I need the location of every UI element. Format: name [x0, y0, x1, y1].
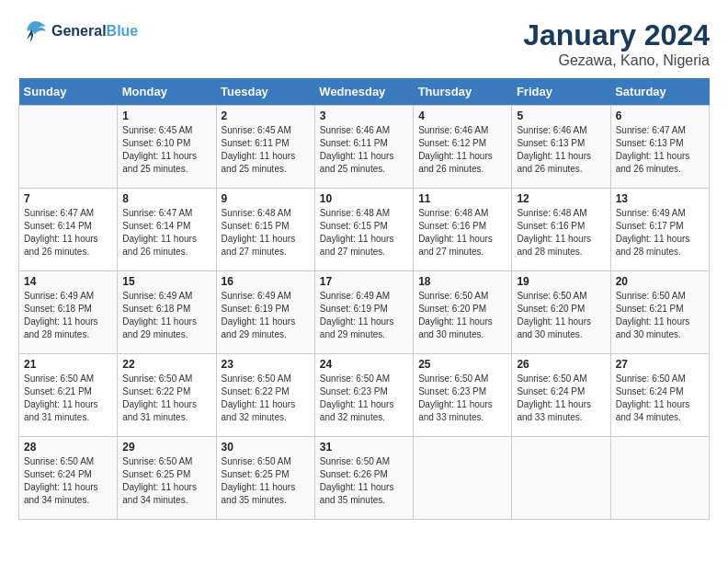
day-number: 14 — [24, 275, 112, 288]
calendar-cell — [512, 437, 610, 520]
calendar-cell: 7Sunrise: 6:47 AM Sunset: 6:14 PM Daylig… — [19, 189, 118, 271]
day-info: Sunrise: 6:48 AM Sunset: 6:16 PM Dayligh… — [418, 207, 506, 259]
day-info: Sunrise: 6:49 AM Sunset: 6:18 PM Dayligh… — [122, 290, 210, 341]
calendar-cell: 24Sunrise: 6:50 AM Sunset: 6:23 PM Dayli… — [314, 354, 413, 437]
day-number: 24 — [320, 358, 408, 371]
day-number: 8 — [122, 192, 210, 205]
day-of-week-header: Tuesday — [216, 78, 314, 106]
day-of-week-header: Monday — [118, 78, 216, 106]
calendar-cell: 6Sunrise: 6:47 AM Sunset: 6:13 PM Daylig… — [610, 106, 709, 189]
day-number: 21 — [24, 358, 112, 371]
day-number: 10 — [320, 192, 408, 205]
calendar-cell: 29Sunrise: 6:50 AM Sunset: 6:25 PM Dayli… — [118, 437, 216, 520]
calendar-cell: 15Sunrise: 6:49 AM Sunset: 6:18 PM Dayli… — [118, 271, 216, 354]
calendar-cell: 31Sunrise: 6:50 AM Sunset: 6:26 PM Dayli… — [314, 437, 413, 520]
day-info: Sunrise: 6:49 AM Sunset: 6:18 PM Dayligh… — [24, 290, 112, 341]
day-info: Sunrise: 6:50 AM Sunset: 6:22 PM Dayligh… — [222, 373, 310, 424]
day-number: 16 — [222, 275, 310, 288]
day-number: 27 — [616, 358, 704, 371]
calendar-cell: 9Sunrise: 6:48 AM Sunset: 6:15 PM Daylig… — [216, 189, 314, 271]
calendar-cell: 14Sunrise: 6:49 AM Sunset: 6:18 PM Dayli… — [19, 271, 118, 354]
day-number: 15 — [122, 275, 210, 288]
day-number: 30 — [222, 441, 310, 454]
day-number: 20 — [616, 275, 704, 288]
calendar-cell: 8Sunrise: 6:47 AM Sunset: 6:14 PM Daylig… — [118, 189, 216, 271]
calendar-cell: 28Sunrise: 6:50 AM Sunset: 6:24 PM Dayli… — [19, 437, 118, 520]
calendar-cell: 3Sunrise: 6:46 AM Sunset: 6:11 PM Daylig… — [314, 106, 413, 189]
calendar-cell: 26Sunrise: 6:50 AM Sunset: 6:24 PM Dayli… — [512, 354, 610, 437]
calendar-cell: 11Sunrise: 6:48 AM Sunset: 6:16 PM Dayli… — [414, 189, 512, 271]
calendar-cell: 19Sunrise: 6:50 AM Sunset: 6:20 PM Dayli… — [512, 271, 610, 354]
calendar-week-row: 21Sunrise: 6:50 AM Sunset: 6:21 PM Dayli… — [19, 354, 710, 437]
day-info: Sunrise: 6:45 AM Sunset: 6:11 PM Dayligh… — [222, 124, 310, 176]
day-number: 26 — [517, 358, 605, 371]
calendar-header-row: SundayMondayTuesdayWednesdayThursdayFrid… — [19, 78, 710, 106]
day-info: Sunrise: 6:50 AM Sunset: 6:23 PM Dayligh… — [320, 373, 408, 424]
day-info: Sunrise: 6:50 AM Sunset: 6:24 PM Dayligh… — [616, 373, 704, 424]
day-info: Sunrise: 6:47 AM Sunset: 6:14 PM Dayligh… — [24, 207, 112, 259]
day-info: Sunrise: 6:45 AM Sunset: 6:10 PM Dayligh… — [122, 124, 210, 176]
logo-icon — [18, 18, 48, 44]
day-number: 1 — [122, 109, 210, 122]
day-of-week-header: Wednesday — [314, 78, 413, 106]
title-block: January 2024 Gezawa, Kano, Nigeria — [523, 18, 710, 69]
day-info: Sunrise: 6:50 AM Sunset: 6:21 PM Dayligh… — [616, 290, 704, 341]
day-of-week-header: Saturday — [610, 78, 709, 106]
calendar-cell: 12Sunrise: 6:48 AM Sunset: 6:16 PM Dayli… — [512, 189, 610, 271]
day-of-week-header: Friday — [512, 78, 610, 106]
calendar-cell — [414, 437, 512, 520]
day-number: 17 — [320, 275, 408, 288]
day-info: Sunrise: 6:50 AM Sunset: 6:21 PM Dayligh… — [24, 373, 112, 424]
calendar-table: SundayMondayTuesdayWednesdayThursdayFrid… — [18, 78, 710, 520]
calendar-cell: 16Sunrise: 6:49 AM Sunset: 6:19 PM Dayli… — [216, 271, 314, 354]
day-info: Sunrise: 6:50 AM Sunset: 6:25 PM Dayligh… — [122, 455, 210, 507]
day-number: 5 — [517, 109, 605, 122]
day-info: Sunrise: 6:47 AM Sunset: 6:14 PM Dayligh… — [122, 207, 210, 259]
calendar-week-row: 7Sunrise: 6:47 AM Sunset: 6:14 PM Daylig… — [19, 189, 710, 271]
day-number: 29 — [122, 441, 210, 454]
calendar-cell — [19, 106, 118, 189]
day-number: 18 — [418, 275, 506, 288]
day-number: 22 — [122, 358, 210, 371]
day-number: 25 — [418, 358, 506, 371]
day-info: Sunrise: 6:49 AM Sunset: 6:17 PM Dayligh… — [616, 207, 704, 259]
day-info: Sunrise: 6:50 AM Sunset: 6:25 PM Dayligh… — [222, 455, 310, 507]
day-info: Sunrise: 6:48 AM Sunset: 6:15 PM Dayligh… — [320, 207, 408, 259]
day-info: Sunrise: 6:50 AM Sunset: 6:26 PM Dayligh… — [320, 455, 408, 507]
day-number: 13 — [616, 192, 704, 205]
day-info: Sunrise: 6:47 AM Sunset: 6:13 PM Dayligh… — [616, 124, 704, 176]
day-number: 31 — [320, 441, 408, 454]
day-number: 6 — [616, 109, 704, 122]
calendar-cell: 4Sunrise: 6:46 AM Sunset: 6:12 PM Daylig… — [414, 106, 512, 189]
calendar-cell: 17Sunrise: 6:49 AM Sunset: 6:19 PM Dayli… — [314, 271, 413, 354]
calendar-cell: 1Sunrise: 6:45 AM Sunset: 6:10 PM Daylig… — [118, 106, 216, 189]
calendar-cell: 2Sunrise: 6:45 AM Sunset: 6:11 PM Daylig… — [216, 106, 314, 189]
calendar-subtitle: Gezawa, Kano, Nigeria — [523, 52, 710, 69]
day-info: Sunrise: 6:46 AM Sunset: 6:11 PM Dayligh… — [320, 124, 408, 176]
day-info: Sunrise: 6:46 AM Sunset: 6:13 PM Dayligh… — [517, 124, 605, 176]
day-info: Sunrise: 6:50 AM Sunset: 6:23 PM Dayligh… — [418, 373, 506, 424]
calendar-week-row: 28Sunrise: 6:50 AM Sunset: 6:24 PM Dayli… — [19, 437, 710, 520]
day-number: 7 — [24, 192, 112, 205]
calendar-cell: 22Sunrise: 6:50 AM Sunset: 6:22 PM Dayli… — [118, 354, 216, 437]
day-info: Sunrise: 6:46 AM Sunset: 6:12 PM Dayligh… — [418, 124, 506, 176]
calendar-cell: 27Sunrise: 6:50 AM Sunset: 6:24 PM Dayli… — [610, 354, 709, 437]
day-number: 2 — [222, 109, 310, 122]
calendar-cell — [610, 437, 709, 520]
day-number: 9 — [222, 192, 310, 205]
day-number: 4 — [418, 109, 506, 122]
day-info: Sunrise: 6:49 AM Sunset: 6:19 PM Dayligh… — [320, 290, 408, 341]
calendar-cell: 10Sunrise: 6:48 AM Sunset: 6:15 PM Dayli… — [314, 189, 413, 271]
day-info: Sunrise: 6:50 AM Sunset: 6:22 PM Dayligh… — [122, 373, 210, 424]
day-of-week-header: Thursday — [414, 78, 512, 106]
day-number: 23 — [222, 358, 310, 371]
day-number: 12 — [517, 192, 605, 205]
calendar-title: January 2024 — [523, 18, 710, 52]
day-info: Sunrise: 6:49 AM Sunset: 6:19 PM Dayligh… — [222, 290, 310, 341]
day-of-week-header: Sunday — [19, 78, 118, 106]
calendar-cell: 18Sunrise: 6:50 AM Sunset: 6:20 PM Dayli… — [414, 271, 512, 354]
day-info: Sunrise: 6:50 AM Sunset: 6:24 PM Dayligh… — [517, 373, 605, 424]
calendar-cell: 13Sunrise: 6:49 AM Sunset: 6:17 PM Dayli… — [610, 189, 709, 271]
calendar-cell: 5Sunrise: 6:46 AM Sunset: 6:13 PM Daylig… — [512, 106, 610, 189]
calendar-cell: 20Sunrise: 6:50 AM Sunset: 6:21 PM Dayli… — [610, 271, 709, 354]
